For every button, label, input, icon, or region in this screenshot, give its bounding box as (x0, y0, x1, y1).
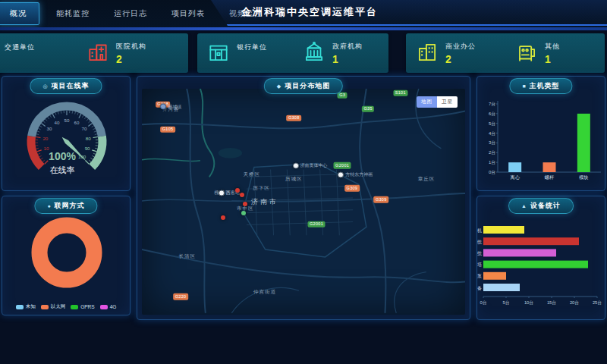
project-dot-1[interactable] (235, 188, 240, 193)
stat-item: 商业办公 2 (406, 42, 505, 65)
area-label: 章丘区 (418, 176, 436, 183)
wifi-icon: ● (47, 203, 51, 209)
svg-text:0台: 0台 (489, 170, 495, 175)
stat-label: 医院机构 (116, 42, 146, 52)
nav-tab-1[interactable]: 概况 (0, 2, 39, 25)
panel-network-type-header: ● 联网方式 (34, 198, 97, 214)
legend-item-3[interactable]: GPRS (71, 303, 94, 310)
stat-value (237, 54, 267, 64)
marker-dot-icon (338, 171, 344, 177)
dashboard-screen: 概况能耗监控运行日志项目列表视频监控 金洲科瑞中央空调运维平台 交通单位 医院机… (0, 0, 607, 364)
legend-swatch (16, 305, 24, 309)
panel-title: 项目在线率 (52, 81, 90, 91)
legend-item-1[interactable]: 未知 (16, 303, 36, 310)
link-icon: ◎ (42, 83, 48, 89)
stat-value: 2 (116, 53, 146, 65)
svg-text:5台: 5台 (502, 300, 509, 306)
donut-ring (39, 225, 94, 280)
svg-text:1台: 1台 (489, 160, 495, 165)
svg-text:5台: 5台 (489, 121, 495, 127)
road-badge-G2001: G2001 (308, 221, 326, 228)
satellite-view-button[interactable]: 卫星 (437, 96, 458, 108)
area-label: 天桥区 (244, 171, 261, 178)
panel-host-type-header: ■ 主机类型 (509, 78, 572, 94)
project-dot-5[interactable] (241, 211, 246, 215)
marker-label: 济南奥体中心 (300, 162, 328, 169)
map-type-toggle: 地图 卫星 (417, 96, 458, 108)
stat-label: 银行单位 (237, 42, 267, 52)
stat-label: 交通单位 (5, 42, 35, 52)
area-label: 历城区 (285, 176, 303, 183)
project-dot-3[interactable] (221, 215, 225, 220)
project-dot-2[interactable] (243, 202, 247, 206)
panel-device-stats-header: ▲ 设备统计 (508, 198, 574, 214)
summary-card-3[interactable]: 商业办公 2 其他 1 (406, 33, 605, 73)
stat-item: 医院机构 2 (77, 42, 188, 65)
legend-item-4[interactable]: 4G (100, 303, 117, 310)
panel-online-rate-header: ◎ 项目在线率 (30, 78, 102, 94)
stat-value: 1 (545, 53, 560, 65)
svg-text:水泵: 水泵 (477, 274, 482, 278)
marker-label: 方特东方神画 (345, 171, 373, 178)
project-dot-4[interactable] (240, 193, 244, 197)
government-icon (304, 42, 326, 65)
map-view-button[interactable]: 地图 (417, 96, 437, 108)
marker-label: 晏城镇 (168, 103, 181, 110)
svg-text:70: 70 (82, 126, 87, 131)
network-legend: 未知以太网GPRS4G (2, 303, 130, 310)
host-type-bar-chart: 0台1台2台3台4台5台6台7台离心螺杆模块 (480, 92, 604, 190)
stat-item: 其他 1 (505, 42, 605, 65)
svg-text:2台: 2台 (489, 150, 495, 155)
panel-title: 主机类型 (530, 81, 560, 91)
map-marker-3[interactable]: 方特东方神画 (338, 171, 373, 178)
svg-text:80: 80 (86, 136, 91, 141)
nav-tab-2[interactable]: 能耗监控 (44, 3, 102, 24)
panel-project-map-header: ◆ 项目分布地图 (264, 78, 343, 94)
nav-tab-3[interactable]: 运行日志 (102, 3, 159, 24)
panel-title: 项目分布地图 (285, 81, 330, 91)
panel-host-type: ■ 主机类型 0台1台2台3台4台5台6台7台离心螺杆模块 (476, 76, 605, 191)
road-badge-G2001: G2001 (334, 162, 351, 169)
panel-project-map: ◆ 项目分布地图 G308G308G105G309G309G220G3S101G… (137, 76, 470, 320)
road-badge-G220: G220 (173, 293, 188, 300)
map-marker-1[interactable]: 晏城镇 (160, 103, 181, 110)
svg-text:3台: 3台 (489, 140, 495, 146)
svg-text:30: 30 (46, 126, 52, 131)
map-overlays-layer: G308G308G105G309G309G220G3S101G35G2001G2… (142, 89, 465, 315)
map-pin-icon: ◆ (277, 83, 281, 89)
stat-label: 政府机构 (332, 42, 363, 52)
legend-item-2[interactable]: 以太网 (41, 303, 66, 310)
cpu-icon: ■ (522, 83, 526, 89)
marker-dot-icon (219, 190, 225, 196)
gauge-value: 100% (49, 150, 76, 162)
svg-text:50: 50 (64, 118, 70, 123)
hospital-icon (87, 42, 110, 65)
svg-text:0台: 0台 (480, 300, 486, 306)
platform-title-box: 金洲科瑞中央空调运维平台 (211, 0, 607, 26)
svg-text:40: 40 (55, 120, 60, 125)
legend-swatch (100, 305, 108, 309)
summary-card-1[interactable]: 交通单位 医院机构 2 (0, 33, 188, 73)
svg-text:模块: 模块 (579, 174, 588, 180)
device-bar-1 (483, 226, 524, 234)
svg-text:7台: 7台 (489, 102, 495, 107)
host-bar-1 (508, 162, 521, 172)
nav-tab-4[interactable]: 项目列表 (159, 3, 217, 24)
legend-swatch (41, 305, 49, 309)
map-marker-2[interactable]: 济南奥体中心 (293, 162, 328, 169)
gauge-caption: 在线率 (50, 165, 75, 174)
network-donut-chart (2, 212, 131, 293)
svg-text:20台: 20台 (570, 300, 579, 306)
panel-online-rate: ◎ 项目在线率 0102030405060708090100100%在线率 (2, 76, 131, 191)
host-bar-2 (543, 162, 556, 172)
platform-title: 金洲科瑞中央空调运维平台 (241, 5, 378, 19)
svg-text:冷冻系统: 冷冻系统 (477, 239, 483, 245)
road-badge-G3: G3 (338, 93, 348, 99)
road-badge-G105: G105 (160, 126, 175, 133)
project-map[interactable]: G308G308G105G309G309G220G3S101G35G2001G2… (142, 89, 465, 315)
device-bar-6 (483, 284, 520, 291)
svg-text:25台: 25台 (593, 300, 602, 306)
road-badge-G309: G309 (344, 185, 360, 192)
summary-card-2[interactable]: 银行单位 政府机构 1 (197, 33, 388, 73)
road-badge-G308: G308 (286, 115, 301, 121)
